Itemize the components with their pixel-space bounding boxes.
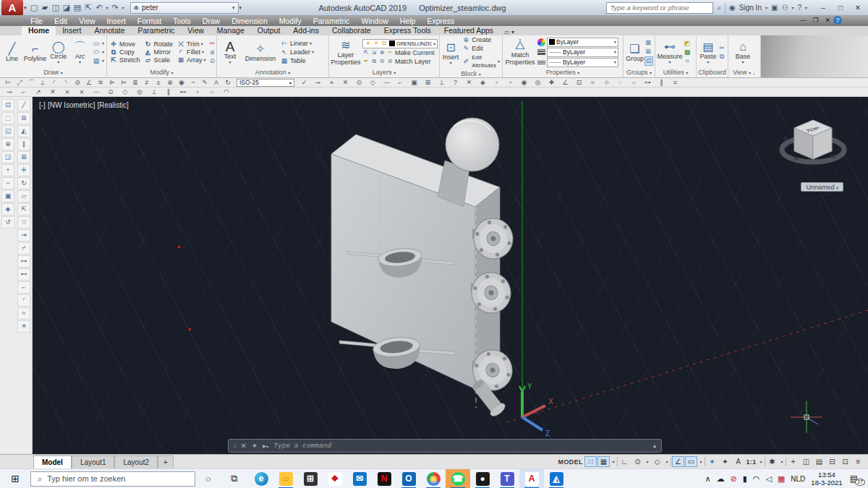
circle-button[interactable]: ◯Circle▾ (48, 40, 68, 65)
menu-item[interactable]: Modify (273, 17, 307, 25)
tab-parametric[interactable]: Parametric (132, 26, 182, 35)
isometric-drafting-icon[interactable]: ◇ (651, 456, 663, 467)
rotate-button[interactable]: ↻Rotate (144, 40, 174, 48)
dim-edit-icon[interactable]: ✎ (199, 79, 210, 86)
plot-status-icon[interactable]: ▤ (813, 456, 825, 467)
zoom-extents-icon[interactable]: ◈ (1, 203, 14, 215)
menu-item[interactable]: Help (394, 17, 422, 25)
dock-grip[interactable]: ⁞⁞ (234, 442, 235, 449)
tab-annotate[interactable]: Annotate (88, 26, 131, 35)
menu-item[interactable]: Draw (197, 17, 226, 25)
osnap-toolbar-icon[interactable]: ⊶ (641, 79, 655, 86)
dim-quick-icon[interactable]: ≋ (95, 79, 106, 86)
tab-view[interactable]: View (181, 26, 210, 35)
move-icon[interactable]: ✛ (17, 164, 30, 176)
qat-overflow-icon[interactable]: ▾ (239, 5, 242, 11)
photos-icon[interactable]: ◭ (544, 469, 569, 488)
ortho-mode-icon[interactable]: ∟ (618, 456, 631, 467)
dim-angular-icon[interactable]: ∠ (83, 79, 95, 86)
zoom-dynamic-icon[interactable]: ⬚ (1, 112, 14, 124)
viewport-menu-control[interactable]: [-] (39, 101, 46, 109)
osnap-dropdown-icon[interactable]: ▾ (698, 456, 704, 467)
linear-dimension-button[interactable]: ⊢Linear▾ (280, 40, 314, 48)
polar-dropdown-icon[interactable]: ▾ (644, 456, 650, 467)
osnap-toolbar-icon[interactable]: ⌔ (627, 79, 641, 87)
dimension-button[interactable]: ✧Dimension (243, 42, 278, 62)
osnap-toolbar-icon[interactable]: ⌐ (393, 79, 407, 86)
app-store-cart-icon[interactable]: ▣ (771, 4, 778, 12)
isolate-objects-icon[interactable]: ⊟ (826, 456, 838, 467)
snap-toolbar-icon[interactable]: ⟂ (147, 88, 161, 96)
dim-center-mark-icon[interactable]: ⊕ (164, 79, 176, 86)
panel-title-draw[interactable]: Draw ▾ (0, 69, 106, 77)
help-dropdown-icon[interactable]: ▾ (805, 5, 807, 10)
osnap-toolbar-icon[interactable]: ◇ (366, 79, 380, 86)
infocenter-search-input[interactable] (606, 2, 713, 14)
osnap-toolbar-icon[interactable]: ✕ (339, 79, 352, 86)
dim-jogged-icon[interactable]: ◝ (60, 79, 72, 86)
object-snap-icon[interactable]: ▭ (685, 456, 697, 467)
menu-item[interactable]: Format (132, 17, 167, 25)
outlook-icon[interactable]: O (396, 469, 421, 488)
erase-button[interactable]: ✏ (208, 40, 217, 48)
annotation-scale-icon[interactable]: A (732, 456, 744, 467)
osnap-toolbar-icon[interactable]: ⊙ (352, 79, 366, 86)
dim-radius-icon[interactable]: ◜ (48, 79, 60, 86)
publish-icon[interactable]: ⇱ (83, 3, 94, 12)
separator[interactable] (671, 457, 671, 466)
start-button[interactable]: ⊞ (0, 473, 30, 484)
logo-dropdown-icon[interactable]: ▾ (24, 5, 27, 11)
panel-title-groups[interactable]: Groups ▾ (624, 69, 655, 77)
polar-tracking-icon[interactable]: ⊙ (631, 456, 644, 467)
battery-icon[interactable]: ▮ (743, 474, 747, 484)
osnap-toolbar-icon[interactable]: ∠ (558, 79, 572, 86)
network-icon[interactable]: ◠ (753, 474, 760, 484)
mirror-icon[interactable]: ◭ (17, 125, 30, 137)
minimize-button[interactable]: – (814, 1, 832, 14)
maximize-button[interactable]: □ (832, 1, 849, 14)
polyline-button[interactable]: ⌐Polyline (24, 42, 47, 62)
snap-toolbar-icon[interactable]: ⌔ (205, 88, 219, 96)
chamfer-icon[interactable]: ⌐ (17, 281, 30, 294)
layer-properties-button[interactable]: ≋LayerProperties (331, 38, 360, 66)
tab-collaborate[interactable]: Collaborate (326, 26, 378, 35)
arc-button[interactable]: ⌒Arc▾ (70, 40, 90, 65)
osnap-toolbar-icon[interactable]: ◌ (613, 79, 627, 86)
calendar-app-icon[interactable]: ▦ (778, 474, 785, 484)
mirror-button[interactable]: ◭Mirror (144, 48, 174, 56)
search-icon[interactable]: ⌕ (717, 4, 721, 12)
edge-icon[interactable]: e (249, 469, 273, 488)
cut-button[interactable]: ✂ (718, 44, 726, 52)
close-button[interactable]: ✕ (849, 1, 867, 14)
dim-tolerance-icon[interactable]: ± (153, 79, 164, 86)
snap-mode-icon[interactable]: ∷ (584, 456, 597, 467)
tab-output[interactable]: Output (251, 26, 287, 35)
viewcube[interactable]: TOP E N W (777, 108, 849, 181)
task-view-button[interactable]: ⧉ (221, 473, 247, 484)
osnap-toolbar-icon[interactable]: ◈ (476, 79, 490, 86)
dim-linear-icon[interactable]: ⊢ (2, 79, 14, 86)
snap-toolbar-icon[interactable]: ⨯ (60, 88, 75, 95)
workspace-gear-icon[interactable]: ✱ (766, 456, 778, 467)
line-button[interactable]: ╱Line (2, 42, 22, 62)
zoom-scale-icon[interactable]: ◱ (1, 125, 14, 137)
redo-icon[interactable]: ↷ (110, 3, 121, 12)
onedrive-icon[interactable]: ☁ (717, 474, 725, 484)
doc-close-button[interactable]: ✕ (825, 17, 830, 24)
command-input[interactable]: Type a command (273, 442, 331, 450)
osnap-toolbar-icon[interactable]: ⊡ (572, 79, 586, 86)
group-button[interactable]: ❏Group (626, 42, 644, 62)
dim-diameter-icon[interactable]: ⊘ (72, 79, 83, 86)
viewport-view-control[interactable]: [NW Isometric] (48, 101, 95, 109)
quick-calc-button[interactable]: ▩ (684, 48, 691, 56)
new-file-icon[interactable]: ▢ (29, 3, 40, 12)
base-view-button[interactable]: ⌂Base▾ (731, 40, 755, 65)
break-at-point-icon[interactable]: ⊶ (17, 255, 30, 267)
zoom-object-icon[interactable]: ◲ (1, 151, 14, 163)
doc-restore-button[interactable]: ❐ (812, 17, 818, 24)
osnap-toolbar-icon[interactable]: ⟂ (435, 79, 448, 87)
stretch-button[interactable]: ⇱Stretch (109, 56, 140, 64)
snap-toolbar-icon[interactable]: ⌐ (17, 88, 31, 95)
separator[interactable] (617, 457, 618, 466)
snap-toolbar-icon[interactable]: ◇ (118, 88, 132, 95)
